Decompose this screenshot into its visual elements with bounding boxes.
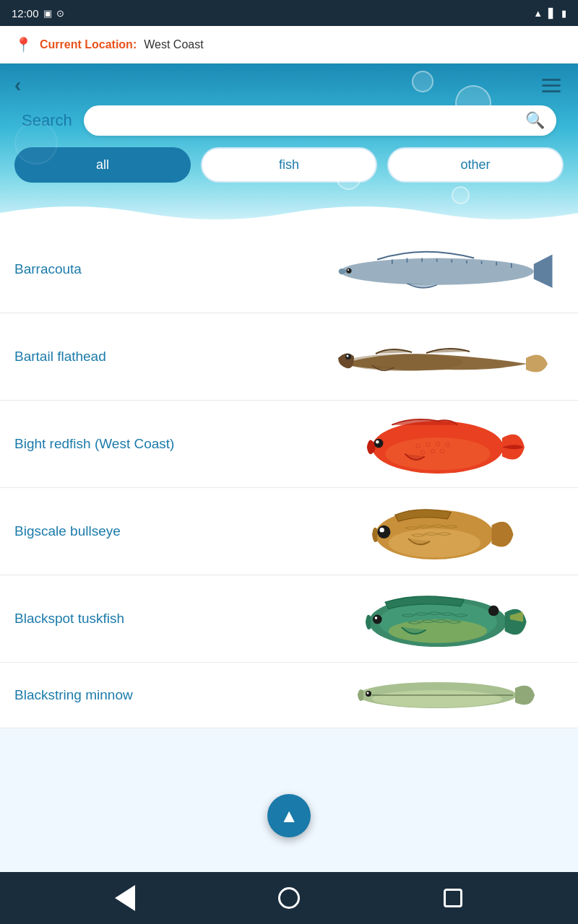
- list-item[interactable]: Blackstring minnow: [0, 663, 578, 728]
- fish-image-minnow: [325, 670, 564, 720]
- menu-line-2: [542, 84, 561, 87]
- fish-image-tuskfish: [325, 583, 564, 655]
- svg-point-35: [375, 616, 378, 619]
- bubble-deco-3: [506, 107, 520, 121]
- fish-name: Barracouta: [14, 261, 82, 277]
- record-icon: ⊙: [56, 8, 64, 19]
- svg-point-13: [347, 354, 462, 371]
- svg-point-2: [346, 268, 351, 273]
- status-bar-right: ▲ ▋ ▮: [533, 8, 566, 19]
- svg-point-19: [376, 440, 379, 444]
- fish-image-barracouta: [325, 233, 564, 305]
- home-icon: [278, 887, 300, 909]
- scroll-top-button[interactable]: ▲: [267, 794, 311, 837]
- back-button[interactable]: ‹: [14, 75, 21, 95]
- svg-point-18: [374, 439, 384, 448]
- status-bar: 12:00 ▣ ⊙ ▲ ▋ ▮: [0, 0, 578, 26]
- location-pin-icon: 📍: [14, 36, 33, 53]
- nav-back-button[interactable]: [111, 884, 139, 912]
- bubble-deco: [455, 85, 491, 121]
- location-label: Current Location:: [40, 38, 137, 51]
- menu-line-3: [542, 90, 561, 92]
- fish-image-flathead: [325, 321, 564, 393]
- status-bar-left: 12:00 ▣ ⊙: [12, 7, 64, 19]
- signal-icon: ▋: [548, 8, 556, 19]
- fish-name: Bight redfish (West Coast): [14, 436, 174, 452]
- svg-point-15: [347, 355, 349, 357]
- header-area: ‹ Search 🔍 all fish other: [0, 64, 578, 226]
- search-icon-button[interactable]: 🔍: [525, 111, 545, 130]
- content-area: Barracouta: [0, 226, 578, 829]
- list-item[interactable]: Bigscale bullseye: [0, 488, 578, 575]
- list-item[interactable]: Barracouta: [0, 226, 578, 313]
- bubble-deco-2: [412, 71, 434, 92]
- sim-card-icon: ▣: [43, 8, 52, 19]
- menu-line-1: [542, 79, 561, 81]
- menu-button[interactable]: [539, 76, 564, 95]
- svg-point-36: [488, 606, 499, 616]
- header-top: ‹: [0, 64, 578, 103]
- battery-icon: ▮: [561, 8, 566, 19]
- bubble-deco-4: [14, 121, 58, 165]
- fish-image-redfish: [325, 408, 564, 480]
- fish-image-bullseye: [325, 495, 564, 567]
- back-icon: [115, 885, 135, 911]
- recent-icon: [444, 889, 462, 907]
- svg-point-0: [340, 258, 534, 285]
- svg-point-40: [367, 692, 369, 694]
- fish-name: Blackstring minnow: [14, 687, 133, 703]
- fish-list: Barracouta: [0, 226, 578, 728]
- svg-point-38: [372, 690, 502, 707]
- svg-point-29: [377, 526, 390, 539]
- nav-recent-button[interactable]: [439, 884, 467, 912]
- svg-point-17: [385, 437, 490, 470]
- status-time: 12:00: [12, 7, 39, 19]
- nav-home-button[interactable]: [275, 884, 303, 912]
- filter-other-button[interactable]: other: [387, 147, 564, 183]
- wifi-icon: ▲: [533, 8, 543, 19]
- fish-name: Blackspot tuskfish: [14, 611, 124, 627]
- location-value: West Coast: [144, 38, 203, 51]
- svg-marker-1: [534, 254, 553, 287]
- fish-name: Bartail flathead: [14, 349, 106, 365]
- fish-name: Bigscale bullseye: [14, 523, 121, 539]
- search-row: Search 🔍: [0, 103, 578, 147]
- svg-point-30: [379, 528, 384, 532]
- svg-point-3: [348, 269, 349, 271]
- list-item[interactable]: Blackspot tuskfish: [0, 575, 578, 663]
- bottom-navigation: [0, 872, 578, 924]
- svg-point-33: [389, 619, 487, 643]
- bubble-deco-5: [336, 165, 361, 190]
- filter-row: all fish other: [0, 147, 578, 197]
- location-bar: 📍 Current Location: West Coast: [0, 26, 578, 64]
- svg-point-34: [373, 615, 382, 624]
- list-item[interactable]: Bight redfish (West Coast): [0, 401, 578, 488]
- wave-separator: [0, 200, 578, 226]
- list-item[interactable]: Bartail flathead: [0, 313, 578, 401]
